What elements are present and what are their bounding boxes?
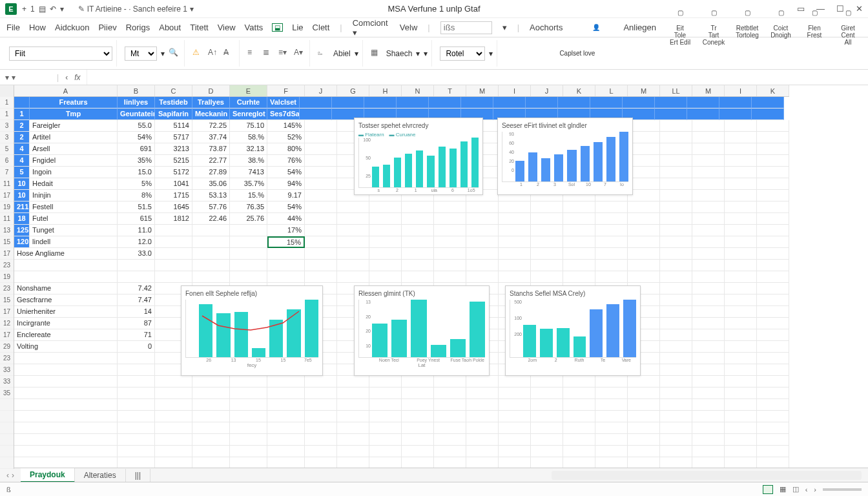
cell[interactable] — [531, 399, 563, 411]
cell[interactable] — [719, 97, 752, 108]
cell[interactable] — [531, 376, 563, 388]
column-headers[interactable]: ABCDEFJGHNTMIJKLMLLMIK — [0, 85, 789, 97]
cell[interactable] — [230, 411, 267, 422]
cell[interactable] — [757, 411, 789, 422]
cell[interactable] — [725, 341, 757, 353]
cell[interactable] — [305, 202, 337, 213]
col-header[interactable]: L — [595, 85, 628, 96]
cell[interactable]: 1041 — [155, 178, 192, 190]
col-header[interactable]: A — [14, 85, 118, 96]
cell[interactable]: Volting — [14, 341, 118, 353]
cell[interactable] — [660, 306, 692, 318]
cell[interactable] — [563, 446, 595, 457]
menu-about[interactable]: About — [159, 23, 181, 32]
table-icon[interactable]: ▦ — [371, 48, 382, 59]
cell[interactable] — [493, 97, 526, 108]
cell[interactable] — [757, 283, 789, 294]
cell[interactable] — [531, 434, 563, 446]
cell[interactable] — [118, 353, 155, 364]
cell[interactable] — [230, 271, 267, 283]
cell[interactable] — [337, 399, 369, 411]
cell[interactable] — [402, 399, 434, 411]
cell[interactable] — [118, 364, 155, 376]
cell[interactable] — [628, 260, 660, 271]
cell[interactable] — [434, 202, 466, 213]
cell[interactable] — [305, 178, 337, 190]
cell[interactable] — [230, 376, 267, 388]
cell[interactable] — [692, 132, 725, 143]
cell[interactable]: 35.06 — [192, 178, 230, 190]
abiel-button[interactable]: Abiel — [333, 49, 351, 58]
cell[interactable]: Nonshame — [14, 283, 118, 294]
cell[interactable] — [692, 306, 725, 318]
cell[interactable] — [118, 388, 155, 399]
cell[interactable]: 9.17 — [267, 190, 305, 202]
cell[interactable] — [230, 446, 267, 457]
cell[interactable] — [563, 422, 595, 434]
cell[interactable]: Ses7dSa — [267, 108, 300, 120]
cell[interactable] — [660, 399, 692, 411]
cell[interactable] — [725, 318, 757, 329]
cell[interactable] — [461, 97, 493, 108]
cell[interactable] — [531, 388, 563, 399]
cell[interactable]: Iinllyes — [118, 97, 155, 108]
cell[interactable] — [155, 236, 192, 248]
cell[interactable] — [595, 422, 628, 434]
ribbon-big-button-4[interactable]: ▢FlenFrest — [801, 9, 828, 39]
cell[interactable] — [692, 341, 725, 353]
cell[interactable] — [563, 376, 595, 388]
cell[interactable]: 145% — [267, 120, 305, 132]
cell[interactable] — [660, 167, 692, 178]
cell[interactable] — [14, 411, 118, 422]
cell[interactable] — [692, 411, 725, 422]
row-header[interactable]: 19 — [0, 202, 14, 213]
cell[interactable] — [595, 446, 628, 457]
cell[interactable]: 53.13 — [192, 190, 230, 202]
cell[interactable]: 2 — [14, 120, 30, 132]
cell[interactable] — [369, 388, 402, 399]
cell[interactable] — [118, 271, 155, 283]
undo-icon[interactable]: ↶ — [50, 5, 56, 14]
cell[interactable]: 1812 — [155, 213, 192, 225]
cell[interactable] — [692, 248, 725, 260]
cell[interactable] — [230, 225, 267, 236]
cell[interactable] — [687, 108, 719, 120]
cell[interactable] — [499, 271, 531, 283]
cell[interactable] — [725, 213, 757, 225]
cell[interactable] — [725, 225, 757, 236]
cell[interactable] — [595, 376, 628, 388]
cell[interactable] — [757, 399, 789, 411]
cell[interactable]: 1 — [14, 108, 30, 120]
cell[interactable] — [466, 411, 499, 422]
cell[interactable] — [628, 399, 660, 411]
cell[interactable] — [628, 202, 660, 213]
cell[interactable] — [305, 143, 337, 155]
ribbon-big-button-0[interactable]: ▢EitToleErt Edil — [666, 9, 694, 46]
cell[interactable] — [595, 213, 628, 225]
cell[interactable] — [192, 236, 230, 248]
cell[interactable] — [369, 202, 402, 213]
cell[interactable]: Geuntatein — [118, 108, 155, 120]
cell[interactable] — [692, 167, 725, 178]
align-left-icon[interactable]: ≡ — [247, 48, 259, 59]
cell[interactable] — [369, 446, 402, 457]
col-header[interactable]: N — [402, 85, 434, 96]
cell[interactable] — [660, 318, 692, 329]
cell[interactable] — [757, 260, 789, 271]
cell[interactable] — [397, 97, 429, 108]
row-header[interactable]: 35 — [0, 388, 14, 399]
cell[interactable] — [364, 97, 397, 108]
cell[interactable]: 80% — [267, 143, 305, 155]
cell[interactable]: 691 — [118, 143, 155, 155]
row-header[interactable]: 17 — [0, 190, 14, 202]
cell[interactable]: Tmp — [30, 108, 118, 120]
col-header[interactable]: K — [563, 85, 595, 96]
search-icon[interactable]: 🔍 — [169, 48, 180, 59]
cell[interactable] — [628, 376, 660, 388]
cell[interactable] — [192, 446, 230, 457]
font-size-select[interactable]: Mt — [125, 46, 157, 61]
cell[interactable]: Meckanin — [192, 108, 230, 120]
row-header[interactable] — [0, 446, 14, 457]
menu-file[interactable]: File — [6, 23, 20, 32]
cell[interactable] — [628, 388, 660, 399]
